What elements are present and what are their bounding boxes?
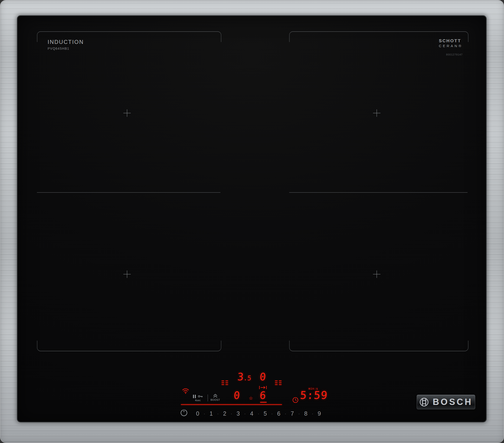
display-rear-right: 0 [259, 372, 266, 382]
power-button[interactable] [180, 408, 188, 417]
slider-level-0[interactable]: 0 [196, 410, 199, 417]
selected-zone-underline [260, 402, 267, 403]
zone-select-left-icon[interactable] [222, 381, 228, 385]
slider-separator: · [217, 411, 219, 416]
power-level-slider[interactable]: 0 · 1 · 2 · 3 · 4 · 5 · 6 · 7 · 8 · 9 [196, 410, 321, 417]
zone-divider-left [37, 192, 220, 193]
slider-level-8[interactable]: 8 [304, 410, 307, 417]
pause-lock-button[interactable]: 4sec [191, 394, 204, 402]
bosch-anchor-icon [419, 397, 429, 407]
induction-type-label: INDUCTION [48, 39, 84, 45]
control-panel-red-line [181, 404, 282, 405]
key-icon [198, 394, 203, 398]
glass-part-number: 8001279147 [446, 53, 463, 56]
slider-separator: · [271, 411, 273, 416]
favorite-star-icon[interactable]: ☆ [249, 394, 253, 401]
slider-level-5[interactable]: 5 [264, 410, 267, 417]
pause-lock-hold-label: 4sec [195, 399, 201, 402]
pause-icon [193, 394, 203, 398]
boost-chevrons-icon [213, 393, 218, 398]
slider-separator: · [231, 411, 232, 416]
slider-level-6[interactable]: 6 [277, 410, 280, 417]
slider-separator: · [258, 411, 259, 416]
schott-ceran-logo: SCHOTT CERAN® [439, 38, 463, 48]
slider-separator: · [244, 411, 246, 416]
bosch-logo-badge: BOSCH [417, 395, 475, 409]
zone-divider-right [289, 192, 468, 193]
zone-outline-front-right [289, 341, 468, 351]
boost-button[interactable]: BOOST [210, 393, 221, 401]
schott-logo-line1: SCHOTT [439, 38, 463, 43]
boost-label: BOOST [210, 398, 220, 401]
glass-surface: INDUCTION PVQ645HB1 SCHOTT CERAN® 800127… [18, 16, 486, 422]
timer-clock-icon[interactable] [292, 397, 299, 403]
bosch-logo-text: BOSCH [433, 397, 473, 407]
display-rear-left: 3.5 [237, 372, 252, 382]
zone-outline-front-left [37, 341, 221, 351]
wifi-icon[interactable] [182, 388, 190, 394]
induction-hob: INDUCTION PVQ645HB1 SCHOTT CERAN® 800127… [0, 0, 504, 443]
display-rear-left-frac: .5 [243, 374, 252, 382]
timer-display: 5:59 [300, 390, 328, 401]
model-number: PVQ645HB1 [48, 47, 70, 50]
slider-separator: · [204, 411, 205, 416]
slider-level-9[interactable]: 9 [318, 410, 321, 417]
zone-center-cross-front-right [373, 270, 380, 278]
display-rear-left-main: 3 [237, 371, 244, 383]
zone-center-cross-front-left [123, 270, 131, 278]
zone-select-right-icon[interactable] [275, 381, 282, 385]
schott-logo-line2: CERAN® [439, 44, 463, 48]
display-front-left: 0 [233, 390, 240, 401]
zone-center-cross-rear-right [373, 109, 380, 117]
zone-center-cross-rear-left [123, 109, 131, 117]
slider-level-1[interactable]: 1 [210, 410, 213, 417]
display-front-right: 6 [259, 390, 266, 401]
slider-level-7[interactable]: 7 [290, 410, 294, 417]
slider-level-2[interactable]: 2 [223, 410, 226, 417]
control-separator [208, 394, 208, 401]
slider-separator: · [285, 411, 286, 416]
slider-level-4[interactable]: 4 [250, 410, 253, 417]
slider-separator: · [298, 411, 300, 416]
slider-separator: · [312, 411, 313, 416]
slider-level-3[interactable]: 3 [237, 410, 240, 417]
bridge-zones-icon[interactable] [259, 386, 267, 389]
